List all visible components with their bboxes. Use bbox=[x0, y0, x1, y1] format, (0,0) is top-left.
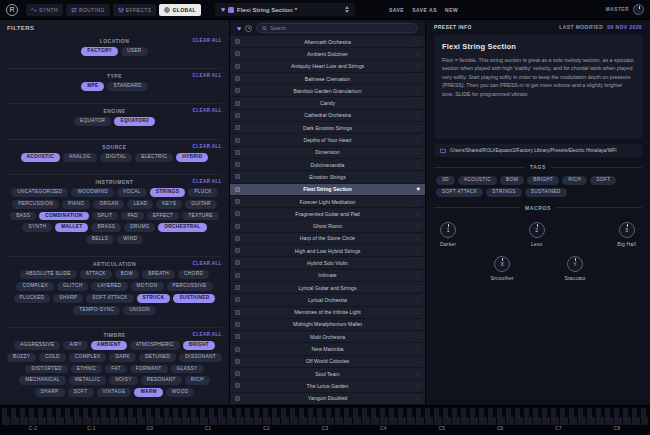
preset-row[interactable]: New Marimba♡ bbox=[230, 343, 425, 355]
macro-knob-less[interactable]: 2Less bbox=[529, 222, 545, 247]
preset-row[interactable]: Lyrical Guitar and Strings♡ bbox=[230, 282, 425, 294]
tab-synth[interactable]: SYNTH bbox=[26, 4, 63, 16]
filter-chip-bells[interactable]: BELLS bbox=[86, 235, 114, 244]
favorite-heart-icon[interactable]: ♡ bbox=[415, 358, 420, 364]
filter-chip-pad[interactable]: PAD bbox=[121, 212, 143, 221]
filter-chip-orchestral[interactable]: ORCHESTRAL bbox=[158, 223, 206, 232]
favorite-heart-icon[interactable]: ♡ bbox=[415, 211, 420, 217]
filter-chip-guitar[interactable]: GUITAR bbox=[185, 200, 217, 209]
search-input[interactable] bbox=[270, 25, 412, 31]
preset-row[interactable]: Cathedral Orchestra♡ bbox=[230, 110, 425, 122]
preset-row[interactable]: High and Low Hybrid Strings♡ bbox=[230, 245, 425, 257]
filter-chip-piano[interactable]: PIANO bbox=[62, 200, 90, 209]
favorite-heart-icon[interactable]: ♡ bbox=[415, 272, 420, 278]
filter-chip-tempo-sync[interactable]: TEMPO-SYNC bbox=[73, 306, 120, 315]
filter-chip-fat[interactable]: FAT bbox=[105, 365, 126, 374]
favorite-heart-icon[interactable]: ♡ bbox=[415, 76, 420, 82]
filter-chip-lead[interactable]: LEAD bbox=[127, 200, 153, 209]
preset-row[interactable]: Forever Light Meditation♡ bbox=[230, 196, 425, 208]
search-box[interactable] bbox=[256, 23, 418, 33]
filter-chip-attack[interactable]: ATTACK bbox=[80, 270, 112, 279]
preset-file-path-row[interactable]: /Users/Shared/ROLI/Equator2/Factory Libr… bbox=[434, 144, 642, 157]
favorite-heart-icon[interactable]: ♡ bbox=[415, 297, 420, 303]
filter-chip-drums[interactable]: DRUMS bbox=[124, 223, 155, 232]
clear-all-link[interactable]: CLEAR ALL bbox=[193, 261, 222, 266]
favorite-heart-icon[interactable]: ♡ bbox=[415, 321, 420, 327]
preset-row[interactable]: Aftermath Orchestra♡ bbox=[230, 36, 425, 48]
filter-chip-vocal[interactable]: VOCAL bbox=[117, 188, 147, 197]
favorite-heart-icon[interactable]: ♡ bbox=[415, 88, 420, 94]
favorite-heart-icon[interactable]: ♡ bbox=[415, 334, 420, 340]
preset-row[interactable]: Emotion Strings♡ bbox=[230, 171, 425, 183]
filter-chip-acoustic[interactable]: ACOUSTIC bbox=[21, 153, 60, 162]
preset-row[interactable]: Soul Team♡ bbox=[230, 368, 425, 380]
filter-chip-synth[interactable]: SYNTH bbox=[22, 223, 52, 232]
preset-row[interactable]: Midnight Metalphonium Mallet♡ bbox=[230, 319, 425, 331]
favorite-heart-icon[interactable]: ♡ bbox=[415, 125, 420, 131]
filter-chip-equator[interactable]: EQUATOR bbox=[74, 117, 111, 126]
preset-row[interactable]: Off World Colonies♡ bbox=[230, 356, 425, 368]
preset-row[interactable]: Dark Emotion Strings♡ bbox=[230, 122, 425, 134]
filter-chip-combination[interactable]: COMBINATION bbox=[39, 212, 88, 221]
filter-chip-equator2[interactable]: EQUATOR2 bbox=[114, 117, 155, 126]
favorite-heart-icon[interactable]: ♡ bbox=[415, 260, 420, 266]
macro-knob-big-hall[interactable]: 3Big Hall bbox=[617, 222, 636, 247]
filter-chip-dark[interactable]: DARK bbox=[109, 353, 136, 362]
favorite-heart-icon[interactable]: ♡ bbox=[415, 63, 420, 69]
filter-chip-uncategorized[interactable]: UNCATEGORIZED bbox=[11, 188, 68, 197]
preset-row[interactable]: Candy♡ bbox=[230, 97, 425, 109]
filter-chip-soft[interactable]: SOFT bbox=[68, 388, 94, 397]
filter-chip-bow[interactable]: BOW bbox=[115, 270, 139, 279]
favorite-heart-icon[interactable]: ♡ bbox=[415, 174, 420, 180]
master-volume-knob[interactable] bbox=[633, 4, 644, 15]
filter-chip-detuned[interactable]: DETUNED bbox=[139, 353, 176, 362]
filter-chip-wood[interactable]: WOOD bbox=[166, 388, 195, 397]
filter-chip-wind[interactable]: WIND bbox=[117, 235, 143, 244]
favorite-heart-icon[interactable]: ♡ bbox=[415, 383, 420, 389]
macro-knob-smoother[interactable]: XSmoother bbox=[491, 256, 514, 281]
clear-all-link[interactable]: CLEAR ALL bbox=[193, 38, 222, 43]
favorite-heart-icon[interactable]: ♡ bbox=[415, 346, 420, 352]
favorites-filter-heart-icon[interactable]: ♥ bbox=[237, 25, 241, 32]
filter-chip-complex[interactable]: COMPLEX bbox=[16, 282, 54, 291]
preset-row[interactable]: Fragmented Guitar and Pad♡ bbox=[230, 208, 425, 220]
favorite-heart-icon[interactable]: ♡ bbox=[415, 223, 420, 229]
favorite-heart-icon[interactable]: ♡ bbox=[415, 309, 420, 315]
filter-chip-sharp[interactable]: SHARP bbox=[53, 294, 83, 303]
tab-effects[interactable]: EFFECTS bbox=[113, 4, 157, 16]
filter-chip-atmospheric[interactable]: ATMOSPHERIC bbox=[130, 341, 180, 350]
filter-chip-plucked[interactable]: PLUCKED bbox=[14, 294, 51, 303]
filter-chip-pluck[interactable]: PLUCK bbox=[188, 188, 218, 197]
filter-chip-mechanical[interactable]: MECHANICAL bbox=[19, 376, 65, 385]
favorite-heart-icon[interactable]: ♡ bbox=[415, 39, 420, 45]
filter-chip-keys[interactable]: KEYS bbox=[156, 200, 182, 209]
favorite-heart-icon[interactable]: ♡ bbox=[415, 371, 420, 377]
favorite-heart-icon[interactable]: ♡ bbox=[415, 248, 420, 254]
preset-row[interactable]: Depths of Your Heart♡ bbox=[230, 134, 425, 146]
preset-row[interactable]: Ghost Room♡ bbox=[230, 220, 425, 232]
preset-row[interactable]: Ambient Dulcimer♡ bbox=[230, 48, 425, 60]
filter-chip-resonant[interactable]: RESONANT bbox=[141, 376, 182, 385]
filter-chip-organ[interactable]: ORGAN bbox=[93, 200, 124, 209]
preset-row[interactable]: Harp of the Stone Circle♡ bbox=[230, 233, 425, 245]
filter-chip-texture[interactable]: TEXTURE bbox=[182, 212, 219, 221]
save-button[interactable]: SAVE bbox=[389, 7, 404, 13]
piano-black-keys[interactable] bbox=[2, 408, 648, 417]
filter-chip-dissonant[interactable]: DISSONANT bbox=[179, 353, 222, 362]
filter-chip-glassy[interactable]: GLASSY bbox=[171, 365, 204, 374]
filter-chip-split[interactable]: SPLIT bbox=[92, 212, 119, 221]
preset-row[interactable]: Memories of the Infinite Light♡ bbox=[230, 307, 425, 319]
preset-row[interactable]: Hybrid Solo Violin♡ bbox=[230, 257, 425, 269]
filter-chip-distorted[interactable]: DISTORTED bbox=[25, 365, 67, 374]
filter-chip-absolute-slide[interactable]: ABSOLUTE SLIDE bbox=[20, 270, 77, 279]
save-as-button[interactable]: SAVE AS bbox=[412, 7, 437, 13]
favorite-heart-icon[interactable]: ♡ bbox=[415, 112, 420, 118]
filter-chip-rich[interactable]: RICH bbox=[185, 376, 210, 385]
knob-icon[interactable]: 1 bbox=[440, 222, 456, 238]
preset-selector[interactable]: ♥ Flexi String Section * bbox=[215, 3, 355, 16]
knob-icon[interactable]: Y bbox=[567, 256, 583, 272]
tab-routing[interactable]: ROUTING bbox=[66, 4, 110, 16]
favorite-heart-icon[interactable]: ♡ bbox=[415, 235, 420, 241]
preset-row[interactable]: Multi Orchestra♡ bbox=[230, 331, 425, 343]
preset-row[interactable]: Lyrical Orchestra♡ bbox=[230, 294, 425, 306]
